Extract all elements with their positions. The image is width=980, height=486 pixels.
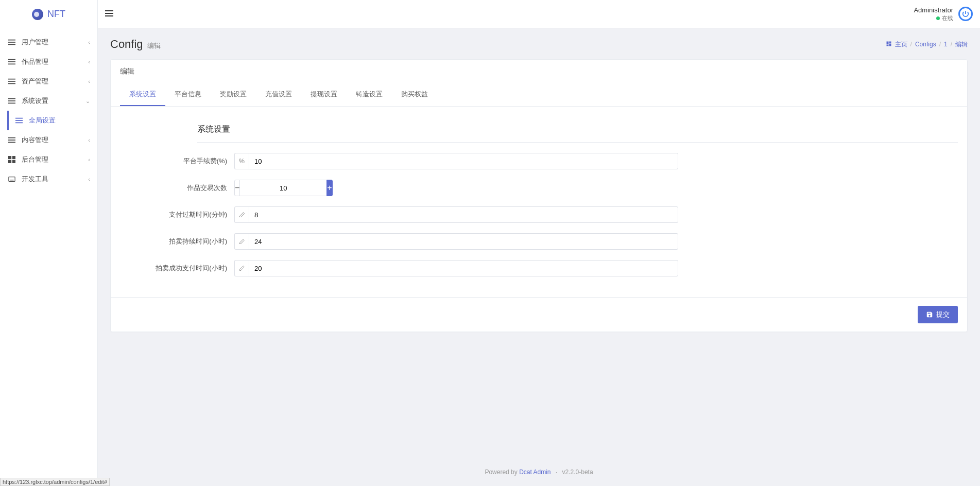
svg-rect-8 — [8, 83, 15, 84]
chevron-left-icon: ‹ — [88, 59, 90, 65]
dashboard-icon — [886, 41, 892, 48]
svg-rect-21 — [12, 160, 15, 163]
svg-rect-7 — [8, 81, 15, 82]
breadcrumb-home[interactable]: 主页 — [895, 40, 907, 49]
svg-rect-17 — [8, 142, 15, 143]
nav-label: 用户管理 — [22, 38, 48, 47]
tab-purchase-rights[interactable]: 购买权益 — [392, 83, 437, 106]
breadcrumb-id[interactable]: 1 — [944, 41, 948, 48]
list-icon — [14, 117, 24, 124]
svg-rect-18 — [8, 156, 11, 159]
nav-label: 系统设置 — [22, 96, 48, 106]
keyboard-icon — [7, 176, 16, 183]
svg-rect-2 — [8, 44, 15, 45]
sidebar-item-admin-mgmt[interactable]: 后台管理 ‹ — [0, 150, 97, 169]
svg-rect-1 — [8, 42, 15, 43]
tab-recharge-settings[interactable]: 充值设置 — [256, 83, 301, 106]
tabs: 系统设置 平台信息 奖励设置 充值设置 提现设置 铸造设置 购买权益 — [111, 83, 967, 107]
stepper-decrement[interactable]: − — [234, 180, 240, 196]
label-auction-pay-time: 拍卖成功支付时间(小时) — [120, 264, 234, 273]
nav-label: 全局设置 — [29, 116, 56, 125]
sidebar: NFT 用户管理 ‹ 作品管理 ‹ 资产管理 ‹ 系统设置 ⌄ — [0, 0, 98, 486]
footer-dot: · — [556, 468, 557, 476]
sidebar-item-user-mgmt[interactable]: 用户管理 ‹ — [0, 32, 97, 52]
input-trade-count[interactable] — [240, 180, 326, 196]
svg-rect-10 — [8, 100, 15, 101]
main-area: Administrator 在线 Config 编辑 主页 / Configs — [98, 0, 980, 486]
chevron-left-icon: ‹ — [88, 157, 90, 163]
status-dot-icon — [936, 16, 940, 20]
breadcrumb-configs[interactable]: Configs — [915, 41, 936, 48]
nav-label: 作品管理 — [22, 57, 48, 66]
stepper-increment[interactable]: + — [326, 180, 332, 196]
tab-system-settings[interactable]: 系统设置 — [120, 83, 165, 106]
nav-label: 后台管理 — [22, 155, 48, 164]
page-title-main: Config — [110, 38, 143, 51]
list-icon — [7, 136, 16, 144]
tab-reward-settings[interactable]: 奖励设置 — [211, 83, 256, 106]
chevron-left-icon: ‹ — [88, 137, 90, 143]
card-header: 编辑 — [111, 60, 967, 83]
footer-powered: Powered by — [485, 468, 517, 476]
input-pay-expire[interactable] — [249, 206, 678, 223]
chevron-left-icon: ‹ — [88, 78, 90, 84]
breadcrumb-sep: / — [951, 41, 952, 48]
topbar: Administrator 在线 — [98, 0, 980, 28]
svg-rect-11 — [8, 103, 15, 104]
label-auction-duration: 拍卖持续时间(小时) — [120, 237, 234, 246]
sidebar-item-asset-mgmt[interactable]: 资产管理 ‹ — [0, 72, 97, 91]
label-trade-count: 作品交易次数 — [120, 183, 234, 193]
sidebar-item-dev-tools[interactable]: 开发工具 ‹ — [0, 169, 97, 189]
user-status: 在线 — [942, 15, 953, 21]
sidebar-nav: 用户管理 ‹ 作品管理 ‹ 资产管理 ‹ 系统设置 ⌄ 全局设 — [0, 28, 97, 189]
submit-button[interactable]: 提交 — [918, 306, 958, 323]
user-menu[interactable]: Administrator 在线 — [914, 6, 953, 22]
footer: Powered by Dcat Admin · v2.2.0-beta — [98, 458, 980, 486]
footer-version: v2.2.0-beta — [562, 468, 593, 476]
svg-rect-22 — [9, 177, 15, 182]
logout-button[interactable] — [958, 7, 973, 21]
pencil-icon — [234, 233, 249, 250]
tab-withdraw-settings[interactable]: 提现设置 — [301, 83, 347, 106]
tab-platform-info[interactable]: 平台信息 — [165, 83, 211, 106]
chevron-down-icon: ⌄ — [85, 98, 90, 105]
svg-rect-9 — [8, 98, 15, 99]
list-icon — [7, 58, 16, 65]
breadcrumb-sep: / — [910, 41, 912, 48]
pencil-icon — [234, 206, 249, 223]
form-section-title: 系统设置 — [197, 117, 958, 143]
pencil-icon — [234, 260, 249, 276]
input-platform-fee[interactable] — [249, 153, 678, 169]
svg-rect-3 — [8, 59, 15, 60]
logo-text: NFT — [47, 9, 65, 20]
list-icon — [7, 97, 16, 105]
label-platform-fee: 平台手续费(%) — [120, 157, 234, 166]
form-card: 编辑 系统设置 平台信息 奖励设置 充值设置 提现设置 铸造设置 购买权益 系统… — [110, 59, 968, 332]
nav-label: 资产管理 — [22, 77, 48, 86]
logo[interactable]: NFT — [0, 0, 97, 28]
sidebar-item-works-mgmt[interactable]: 作品管理 ‹ — [0, 52, 97, 72]
svg-rect-4 — [8, 61, 15, 62]
svg-rect-20 — [8, 160, 11, 163]
footer-brand-link[interactable]: Dcat Admin — [519, 468, 551, 476]
sidebar-item-content-mgmt[interactable]: 内容管理 ‹ — [0, 130, 97, 150]
sidebar-item-system-settings[interactable]: 系统设置 ⌄ — [0, 91, 97, 111]
input-auction-pay-time[interactable] — [249, 260, 678, 276]
svg-rect-15 — [8, 137, 15, 138]
percent-icon: % — [234, 153, 249, 169]
svg-rect-28 — [105, 13, 113, 14]
svg-rect-0 — [8, 40, 15, 41]
sidebar-item-global-settings[interactable]: 全局设置 — [7, 111, 97, 130]
grid-icon — [7, 156, 16, 163]
breadcrumb-edit[interactable]: 编辑 — [955, 40, 968, 49]
tab-mint-settings[interactable]: 铸造设置 — [347, 83, 392, 106]
label-pay-expire: 支付过期时间(分钟) — [120, 210, 234, 219]
svg-rect-29 — [105, 15, 113, 16]
save-icon — [926, 311, 933, 318]
browser-status-url: https://123.rglxc.top/admin/configs/1/ed… — [0, 478, 110, 486]
svg-rect-12 — [15, 118, 23, 119]
svg-rect-19 — [12, 156, 15, 159]
input-auction-duration[interactable] — [249, 233, 678, 250]
sidebar-toggle[interactable] — [105, 9, 113, 19]
svg-rect-16 — [8, 140, 15, 141]
